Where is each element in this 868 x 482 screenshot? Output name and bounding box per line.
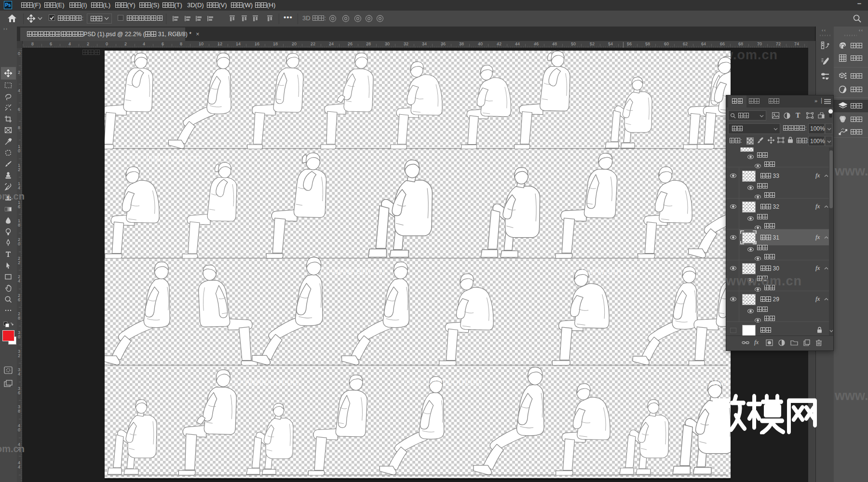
svg-text:□□□ www.om.cn: □□□ www.om.cn <box>405 375 481 388</box>
svg-text:□□□ www.om.cn: □□□ www.om.cn <box>222 375 298 388</box>
svg-text:□□□ www.om.cn: □□□ www.om.cn <box>309 265 385 277</box>
svg-text:□□□ www.om.cn: □□□ www.om.cn <box>559 265 636 277</box>
svg-text:□□□ www.om.cn: □□□ www.om.cn <box>124 152 201 164</box>
svg-text:□□□ www.om.cn: □□□ www.om.cn <box>690 375 731 388</box>
